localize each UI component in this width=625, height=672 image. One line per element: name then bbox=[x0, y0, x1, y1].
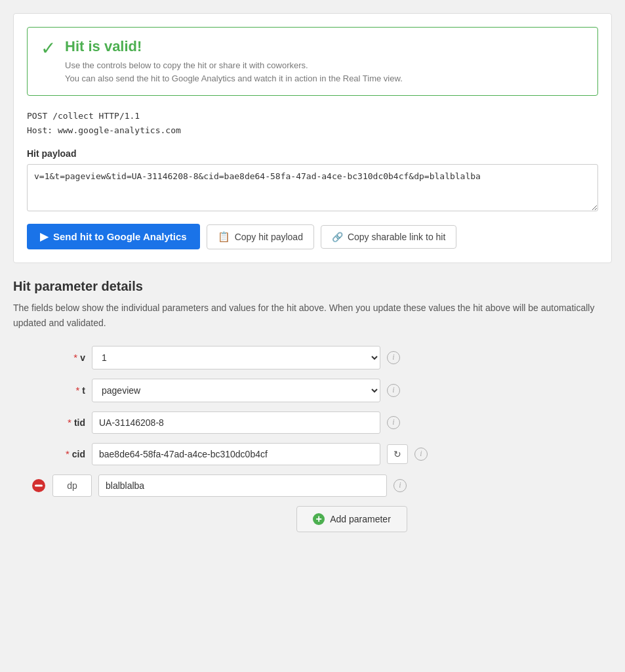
http-request-info: POST /collect HTTP/1.1 Host: www.google-… bbox=[27, 109, 598, 138]
copy-payload-button[interactable]: 📋 Copy hit payload bbox=[207, 224, 314, 249]
param-label-cid: * cid bbox=[13, 448, 85, 459]
hit-payload-textarea[interactable]: v=1&t=pageview&tid=UA-31146208-8&cid=bae… bbox=[27, 164, 598, 211]
plus-circle-icon: + bbox=[313, 513, 325, 525]
valid-description: Use the controls below to copy the hit o… bbox=[65, 59, 403, 85]
param-label-v: * v bbox=[13, 352, 85, 363]
param-input-dp[interactable] bbox=[98, 474, 387, 497]
add-parameter-button[interactable]: + Add parameter bbox=[296, 506, 407, 532]
send-arrow-icon: ▶ bbox=[40, 230, 48, 243]
info-icon-dp[interactable]: i bbox=[393, 479, 407, 492]
required-star-v: * bbox=[73, 352, 77, 363]
param-input-cid[interactable] bbox=[92, 443, 380, 465]
params-section-title: Hit parameter details bbox=[13, 279, 612, 294]
copy-link-button[interactable]: 🔗 Copy sharable link to hit bbox=[321, 225, 456, 249]
param-input-tid[interactable] bbox=[92, 411, 380, 434]
info-icon-t[interactable]: i bbox=[387, 384, 400, 397]
param-row-t: * t pageview screenview event transactio… bbox=[13, 379, 612, 402]
param-row-cid: * cid ↻ i bbox=[13, 443, 612, 465]
param-row-dp: dp i bbox=[13, 474, 612, 497]
add-param-row: + Add parameter bbox=[13, 506, 612, 532]
actions-row: ▶ Send hit to Google Analytics 📋 Copy hi… bbox=[27, 224, 598, 249]
clipboard-icon: 📋 bbox=[218, 231, 230, 243]
param-label-tid: * tid bbox=[13, 417, 85, 428]
required-star-tid: * bbox=[68, 417, 71, 428]
param-row-v: * v 1 i bbox=[13, 346, 612, 369]
valid-title: Hit is valid! bbox=[65, 38, 403, 55]
param-select-v[interactable]: 1 bbox=[92, 346, 380, 369]
dp-label-box: dp bbox=[52, 474, 92, 497]
info-icon-cid[interactable]: i bbox=[414, 448, 428, 461]
svg-rect-1 bbox=[35, 484, 43, 486]
link-icon: 🔗 bbox=[332, 232, 343, 242]
hit-payload-label: Hit payload bbox=[27, 148, 598, 159]
minus-circle-icon bbox=[31, 478, 46, 493]
remove-dp-button[interactable] bbox=[31, 478, 46, 493]
check-icon: ✓ bbox=[41, 39, 56, 58]
required-star-cid: * bbox=[66, 448, 70, 459]
info-icon-v[interactable]: i bbox=[387, 351, 400, 364]
param-row-tid: * tid i bbox=[13, 411, 612, 434]
send-hit-button[interactable]: ▶ Send hit to Google Analytics bbox=[27, 224, 200, 249]
valid-banner: ✓ Hit is valid! Use the controls below t… bbox=[27, 27, 598, 96]
param-label-t: * t bbox=[13, 385, 85, 396]
required-star-t: * bbox=[75, 385, 79, 396]
refresh-cid-button[interactable]: ↻ bbox=[387, 444, 408, 464]
params-section-desc: The fields below show the individual par… bbox=[13, 301, 612, 330]
param-select-t[interactable]: pageview screenview event transaction it… bbox=[92, 379, 380, 402]
params-section: Hit parameter details The fields below s… bbox=[13, 279, 612, 539]
info-icon-tid[interactable]: i bbox=[387, 416, 400, 429]
